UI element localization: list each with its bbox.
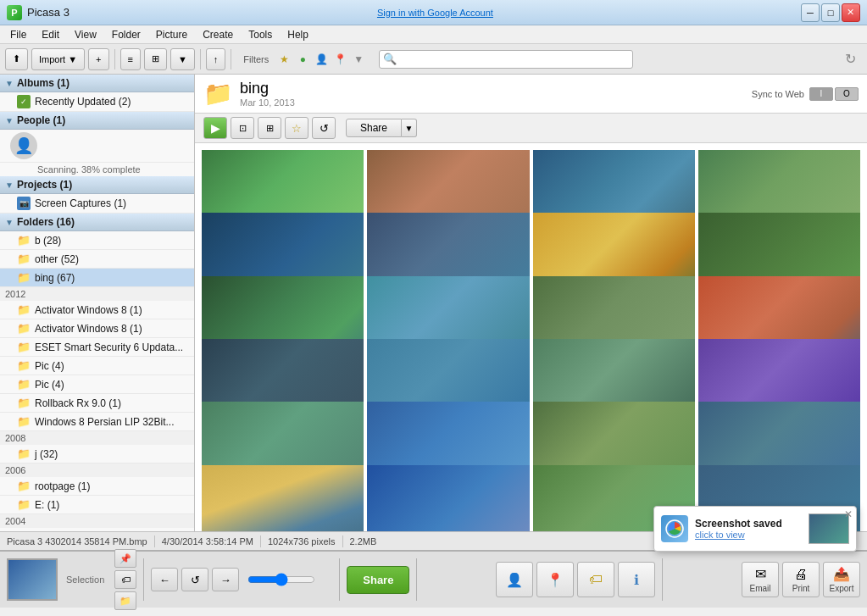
menu-folder[interactable]: Folder bbox=[105, 27, 147, 42]
zoom-slider bbox=[247, 573, 332, 586]
sidebar-folder-eset[interactable]: 📁 ESET Smart Security 6 Updata... bbox=[0, 338, 194, 357]
grid-icon: ⊞ bbox=[152, 53, 159, 64]
albums-header[interactable]: ▼ Albums (1) bbox=[0, 75, 194, 92]
sidebar-folder-win8[interactable]: 📁 Windows 8 Persian LIP 32Bit... bbox=[0, 413, 194, 431]
sidebar-item-recently-updated[interactable]: ✓ Recently Updated (2) bbox=[0, 92, 194, 112]
sidebar-folder-b[interactable]: 📁 b (28) bbox=[0, 231, 194, 250]
tag-button[interactable]: 🏷 bbox=[114, 570, 136, 589]
menu-tools[interactable]: Tools bbox=[242, 27, 279, 42]
photo-thumb-22[interactable] bbox=[367, 465, 529, 531]
sidebar-folder-bing[interactable]: 📁 bing (67) bbox=[0, 269, 194, 287]
add-button[interactable]: + bbox=[88, 48, 108, 70]
sidebar-item-person[interactable]: 👤 bbox=[0, 130, 194, 163]
location-action-button[interactable]: 📍 bbox=[536, 562, 574, 597]
export-icon: 📤 bbox=[833, 566, 850, 582]
menu-create[interactable]: Create bbox=[196, 27, 240, 42]
view-dropdown-icon: ▼ bbox=[178, 54, 187, 64]
folder-icon-act2: 📁 bbox=[17, 322, 31, 335]
menu-view[interactable]: View bbox=[68, 27, 103, 42]
view-dropdown-button[interactable]: ▼ bbox=[170, 48, 195, 70]
year-2004: 2004 bbox=[0, 514, 194, 528]
refresh-nav-button[interactable]: ↺ bbox=[181, 568, 208, 591]
people-action-button[interactable]: 👤 bbox=[496, 562, 533, 597]
pin-button[interactable]: 📌 bbox=[114, 549, 136, 568]
folder-icon-pic2: 📁 bbox=[17, 378, 31, 391]
share-dropdown-button[interactable]: ▼ bbox=[402, 119, 417, 137]
people-filter[interactable]: 👤 bbox=[313, 51, 330, 68]
menu-picture[interactable]: Picture bbox=[149, 27, 194, 42]
bottom-nav: ← ↺ → bbox=[151, 568, 239, 591]
share-main-button[interactable]: Share bbox=[346, 119, 402, 137]
toggle-off[interactable]: O bbox=[835, 87, 859, 101]
back-button[interactable]: ← bbox=[151, 568, 178, 591]
sync-label: Sync to Web bbox=[752, 89, 804, 99]
green-filter[interactable]: ● bbox=[294, 51, 311, 68]
sidebar-folder-activator1[interactable]: 📁 Activator Windows 8 (1) bbox=[0, 301, 194, 319]
tag-action-button[interactable]: 🏷 bbox=[577, 562, 614, 597]
search-input[interactable] bbox=[397, 54, 629, 64]
sidebar-folder-rollback[interactable]: 📁 Rollback Rx 9.0 (1) bbox=[0, 394, 194, 413]
toast-close-button[interactable]: ✕ bbox=[844, 508, 853, 520]
star-button[interactable]: ☆ bbox=[285, 117, 308, 139]
upload-button[interactable]: ⬆ bbox=[5, 48, 28, 70]
info-action-button[interactable]: ℹ bbox=[618, 562, 655, 597]
share-big-button[interactable]: Share bbox=[347, 566, 409, 594]
slideshow-button[interactable]: ⊡ bbox=[231, 117, 254, 139]
folder-icon-other: 📁 bbox=[17, 253, 31, 265]
projects-header[interactable]: ▼ Projects (1) bbox=[0, 176, 194, 194]
toast-subtitle[interactable]: click to view bbox=[695, 530, 802, 540]
status-filesize: 2.2MB bbox=[350, 536, 377, 547]
folder-other-label: other (52) bbox=[35, 253, 79, 265]
sidebar-folder-e[interactable]: 📁 E: (1) bbox=[0, 496, 194, 514]
grid-button[interactable]: ⊞ bbox=[258, 117, 281, 139]
sidebar-item-screen-captures[interactable]: 📷 Screen Captures (1) bbox=[0, 194, 194, 214]
sidebar-folder-other[interactable]: 📁 other (52) bbox=[0, 250, 194, 269]
zoom-range[interactable] bbox=[247, 573, 315, 586]
people-header[interactable]: ▼ People (1) bbox=[0, 112, 194, 130]
toggle-on[interactable]: I bbox=[809, 87, 833, 101]
filter-dropdown[interactable]: ▼ bbox=[350, 51, 367, 68]
folders-arrow: ▼ bbox=[5, 218, 14, 227]
export-button[interactable]: 📤 Export bbox=[823, 562, 860, 597]
import-button[interactable]: Import ▼ bbox=[31, 48, 85, 70]
folders-header[interactable]: ▼ Folders (16) bbox=[0, 214, 194, 231]
status-sep-1 bbox=[154, 536, 155, 547]
bottom-action-buttons: 👤 📍 🏷 ℹ bbox=[496, 562, 655, 597]
close-button[interactable]: ✕ bbox=[842, 3, 860, 22]
forward-button[interactable]: → bbox=[212, 568, 239, 591]
status-dimensions: 1024x736 pixels bbox=[268, 536, 336, 547]
sidebar-folder-activator2[interactable]: 📁 Activator Windows 8 (1) bbox=[0, 319, 194, 338]
folder-tool-button[interactable]: 📁 bbox=[114, 591, 136, 610]
print-button[interactable]: 🖨 Print bbox=[782, 562, 820, 597]
grid-view-button[interactable]: ⊞ bbox=[144, 48, 167, 70]
bottom-tools: 📌 🏷 📁 bbox=[114, 549, 136, 610]
refresh-button[interactable]: ↻ bbox=[838, 47, 862, 71]
album-header: 📁 bing Mar 10, 2013 Sync to Web I O bbox=[195, 75, 867, 114]
menu-help[interactable]: Help bbox=[281, 27, 315, 42]
thumbnail-preview[interactable] bbox=[7, 558, 58, 601]
year-2008: 2008 bbox=[0, 431, 194, 445]
menu-edit[interactable]: Edit bbox=[35, 27, 66, 42]
maximize-button[interactable]: □ bbox=[821, 3, 840, 22]
folders-label: Folders (16) bbox=[17, 216, 75, 228]
albums-arrow: ▼ bbox=[5, 79, 14, 88]
sync-toggle[interactable]: I O bbox=[809, 87, 859, 101]
list-view-button[interactable]: ≡ bbox=[120, 48, 141, 70]
photo-thumb-21[interactable] bbox=[202, 465, 364, 531]
star-filter[interactable]: ★ bbox=[275, 51, 292, 68]
sign-in-link[interactable]: Sign in with Google Account bbox=[377, 8, 493, 18]
sidebar-folder-pic1[interactable]: 📁 Pic (4) bbox=[0, 357, 194, 375]
toast-notification[interactable]: Screenshot saved click to view ✕ bbox=[653, 506, 857, 552]
play-button[interactable]: ▶ bbox=[203, 117, 227, 139]
menu-file[interactable]: File bbox=[3, 27, 33, 42]
sidebar-folder-j[interactable]: 📁 j (32) bbox=[0, 445, 194, 463]
upload2-button[interactable]: ↑ bbox=[206, 48, 226, 70]
rotate-button[interactable]: ↺ bbox=[312, 117, 336, 139]
folder-icon-rootpage: 📁 bbox=[17, 480, 31, 492]
sidebar-folder-pic2[interactable]: 📁 Pic (4) bbox=[0, 375, 194, 394]
sidebar-folder-rootpage[interactable]: 📁 rootpage (1) bbox=[0, 477, 194, 496]
minimize-button[interactable]: ─ bbox=[801, 3, 820, 22]
folder-icon-win8: 📁 bbox=[17, 415, 31, 428]
location-filter[interactable]: 📍 bbox=[331, 51, 348, 68]
email-button[interactable]: ✉ Email bbox=[742, 562, 779, 597]
